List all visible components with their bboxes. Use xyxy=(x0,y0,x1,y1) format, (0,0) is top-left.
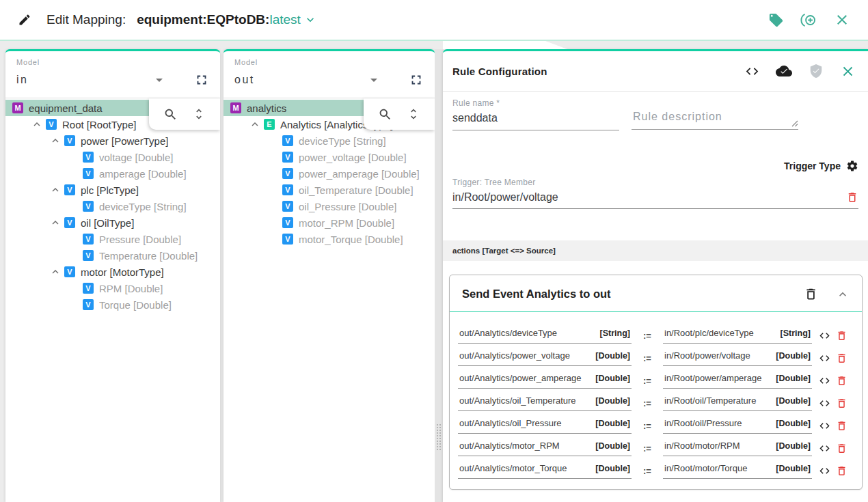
target-field[interactable]: out/Analytics/power_voltage[Double] xyxy=(458,350,632,366)
row-code-button[interactable] xyxy=(819,443,830,454)
target-field[interactable]: out/Analytics/motor_Torque[Double] xyxy=(458,463,632,479)
chevron-up-icon[interactable] xyxy=(49,217,62,229)
row-delete-button[interactable] xyxy=(836,352,847,364)
row-delete-button[interactable] xyxy=(836,465,847,477)
tree-item[interactable]: VTorque [Double] xyxy=(5,296,220,313)
tree-item[interactable]: Voil_Pressure [Double] xyxy=(223,198,435,214)
expand-model-button[interactable] xyxy=(194,72,209,87)
type-badge: E xyxy=(264,119,275,130)
row-delete-button[interactable] xyxy=(836,398,847,409)
assign-operator: := xyxy=(632,353,663,363)
tree-item-label: motor [MotorType] xyxy=(81,266,164,278)
tree-item[interactable]: Vpower_amperage [Double] xyxy=(223,165,435,182)
tree-out: ManalyticsEAnalytics [AnalyticsType]Vdev… xyxy=(223,98,435,247)
model-select-in[interactable]: in xyxy=(16,74,28,86)
dropdown-caret-icon[interactable] xyxy=(156,79,163,82)
row-code-button[interactable] xyxy=(819,420,830,432)
tree-item[interactable]: Vplc [PlcType] xyxy=(5,182,220,198)
target-path: out/Analytics/motor_RPM xyxy=(459,441,560,451)
tree-item[interactable]: Vamperage [Double] xyxy=(5,165,220,182)
row-delete-button[interactable] xyxy=(836,330,847,341)
mapping-name: equipment:EQPtoDB: xyxy=(137,12,269,27)
search-button[interactable] xyxy=(163,107,178,122)
target-path: out/Analytics/power_voltage xyxy=(459,350,570,361)
delete-action-button[interactable] xyxy=(804,287,818,301)
search-button[interactable] xyxy=(378,107,392,122)
source-path: in/Root/power/amperage xyxy=(664,373,761,383)
version-dropdown[interactable]: latest xyxy=(269,12,316,27)
tree-item-label: plc [PlcType] xyxy=(81,184,139,196)
unfold-button[interactable] xyxy=(192,107,206,121)
tag-button[interactable] xyxy=(768,12,784,28)
cloud-saved-button[interactable] xyxy=(776,63,792,79)
row-code-button[interactable] xyxy=(819,375,830,387)
tree-item[interactable]: VdeviceType [String] xyxy=(223,133,435,149)
tree-item[interactable]: Vpower_voltage [Double] xyxy=(223,149,435,165)
tree-item-label: deviceType [String] xyxy=(299,135,386,147)
rule-description-input[interactable] xyxy=(632,107,798,130)
trigger-label: Trigger: Tree Member xyxy=(452,178,858,187)
tree-item[interactable]: Vmotor_Torque [Double] xyxy=(223,231,435,247)
trigger-type-button[interactable]: Trigger Type xyxy=(452,160,858,172)
row-code-button[interactable] xyxy=(819,398,830,409)
chevron-up-icon[interactable] xyxy=(49,135,62,147)
tree-item[interactable]: VRPM [Double] xyxy=(5,280,220,296)
target-field[interactable]: out/Analytics/deviceType[String] xyxy=(458,328,632,344)
target-field[interactable]: out/Analytics/oil_Temperature[Double] xyxy=(458,395,632,411)
source-field[interactable]: in/Root/oil/Pressure[Double] xyxy=(663,418,812,434)
source-type: [Double] xyxy=(776,441,811,451)
target-field[interactable]: out/Analytics/oil_Pressure[Double] xyxy=(458,418,632,434)
type-badge: V xyxy=(282,135,293,146)
close-rule-button[interactable] xyxy=(840,64,856,79)
tree-item[interactable]: Voil [OilType] xyxy=(5,214,220,231)
target-field[interactable]: out/Analytics/power_amperage[Double] xyxy=(458,373,632,389)
tree-item[interactable]: VdeviceType [String] xyxy=(5,198,220,214)
chevron-up-icon[interactable] xyxy=(49,184,62,196)
row-delete-button[interactable] xyxy=(836,420,847,432)
row-code-button[interactable] xyxy=(819,352,830,364)
dropdown-caret-icon[interactable] xyxy=(370,79,377,82)
target-type: [String] xyxy=(600,329,630,338)
panel-splitter[interactable] xyxy=(435,49,443,502)
source-field[interactable]: in/Root/oil/Temperature[Double] xyxy=(663,395,812,411)
source-field[interactable]: in/Root/plc/deviceType[String] xyxy=(663,328,812,344)
rule-name-input[interactable] xyxy=(452,112,619,130)
model-select-out[interactable]: out xyxy=(234,74,255,86)
trigger-value[interactable]: in/Root/power/voltage xyxy=(452,191,558,204)
shield-valid-button[interactable] xyxy=(809,64,824,79)
unfold-button[interactable] xyxy=(407,107,420,121)
tree-item[interactable]: Vmotor_RPM [Double] xyxy=(223,214,435,231)
chevron-up-icon[interactable] xyxy=(249,118,261,130)
row-code-button[interactable] xyxy=(819,330,830,341)
rule-configuration-panel: Rule Configuration Rule name * Trigger T… xyxy=(443,49,868,502)
row-delete-button[interactable] xyxy=(836,443,847,454)
tree-item[interactable]: Vmotor [MotorType] xyxy=(5,264,220,280)
delete-trigger-button[interactable] xyxy=(846,191,858,204)
row-delete-button[interactable] xyxy=(836,375,847,387)
source-field[interactable]: in/Root/motor/Torque[Double] xyxy=(663,463,812,479)
type-badge: V xyxy=(83,250,94,261)
tree-item[interactable]: VPressure [Double] xyxy=(5,231,220,247)
collapse-action-button[interactable] xyxy=(836,288,850,301)
deploy-button[interactable] xyxy=(800,12,817,29)
code-view-button[interactable] xyxy=(745,64,759,79)
target-path: out/Analytics/motor_Torque xyxy=(459,463,567,473)
tree-item[interactable]: Vvoltage [Double] xyxy=(5,149,220,165)
expand-model-button[interactable] xyxy=(409,72,424,87)
source-field[interactable]: in/Root/motor/RPM[Double] xyxy=(663,441,812,456)
tree-item[interactable]: VTemperature [Double] xyxy=(5,247,220,264)
row-code-button[interactable] xyxy=(819,465,830,477)
tree-item[interactable]: Voil_Temperature [Double] xyxy=(223,182,435,198)
source-field[interactable]: in/Root/power/amperage[Double] xyxy=(663,373,812,389)
chevron-up-icon[interactable] xyxy=(49,266,62,278)
close-button[interactable] xyxy=(834,12,850,28)
tree-item[interactable]: Vpower [PowerType] xyxy=(5,133,220,149)
chevron-up-icon[interactable] xyxy=(31,118,43,130)
source-type: [Double] xyxy=(776,396,811,406)
source-field[interactable]: in/Root/power/voltage[Double] xyxy=(663,350,812,366)
rule-name-label: Rule name * xyxy=(452,98,619,108)
type-badge: V xyxy=(64,266,75,277)
splitter-grip-icon[interactable] xyxy=(436,423,442,451)
target-field[interactable]: out/Analytics/motor_RPM[Double] xyxy=(458,441,632,456)
target-path: out/Analytics/power_amperage xyxy=(459,373,582,383)
